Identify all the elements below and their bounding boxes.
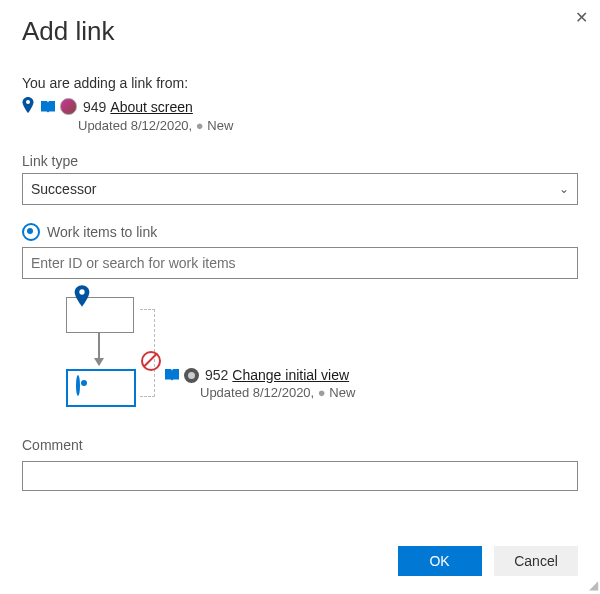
dialog-actions: OK Cancel	[390, 546, 578, 576]
epic-icon	[40, 100, 56, 114]
add-link-dialog: ✕ Add link You are adding a link from: 9…	[0, 0, 600, 594]
linked-title-link[interactable]: Change initial view	[232, 367, 349, 383]
linktype-label: Link type	[22, 153, 578, 169]
workitem-search-input[interactable]	[22, 247, 578, 279]
chevron-down-icon: ⌄	[559, 182, 569, 196]
linked-id: 952	[205, 367, 228, 383]
linked-meta: Updated 8/12/2020, ● New	[200, 385, 578, 400]
source-title-link[interactable]: About screen	[110, 99, 193, 115]
linked-item-panel: 952 Change initial view Updated 8/12/202…	[164, 291, 578, 400]
target-icon	[76, 377, 80, 395]
comment-input[interactable]	[22, 461, 578, 491]
state-dot-icon: ●	[196, 118, 207, 133]
blocked-icon	[141, 351, 161, 371]
linktype-select[interactable]: Successor ⌄	[22, 173, 578, 205]
close-icon[interactable]: ✕	[575, 8, 588, 27]
successor-arrow-icon	[98, 333, 100, 365]
svg-point-1	[79, 289, 84, 294]
linked-workitem: 952 Change initial view	[164, 367, 578, 383]
svg-point-0	[26, 100, 30, 104]
resize-handle-icon[interactable]: ◢	[589, 578, 598, 592]
source-meta: Updated 8/12/2020, ● New	[78, 118, 578, 133]
pin-icon	[22, 97, 34, 116]
cancel-button[interactable]: Cancel	[494, 546, 578, 576]
linktype-value: Successor	[31, 181, 96, 197]
target-icon	[22, 223, 40, 241]
dialog-title: Add link	[22, 16, 578, 47]
avatar	[184, 368, 199, 383]
source-workitem: 949 About screen	[22, 97, 578, 116]
state-dot-icon: ●	[318, 385, 329, 400]
items-to-link-label: Work items to link	[22, 223, 578, 241]
pin-icon	[74, 285, 90, 311]
relationship-area: 952 Change initial view Updated 8/12/202…	[22, 291, 578, 411]
epic-icon	[164, 368, 180, 382]
intro-text: You are adding a link from:	[22, 75, 578, 91]
relationship-diagram	[22, 291, 152, 411]
avatar	[60, 98, 77, 115]
comment-label: Comment	[22, 437, 578, 453]
source-id: 949	[83, 99, 106, 115]
ok-button[interactable]: OK	[398, 546, 482, 576]
